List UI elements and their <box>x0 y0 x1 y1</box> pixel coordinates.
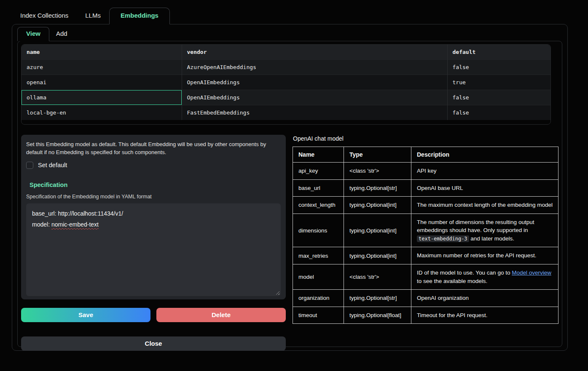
params-column: OpenAI chat model NameTypeDescription ap… <box>293 135 558 351</box>
params-table: NameTypeDescription api_key<class 'str'>… <box>293 147 558 324</box>
close-button[interactable]: Close <box>21 336 286 351</box>
cell-name[interactable]: azure <box>21 60 182 75</box>
embeddings-table: namevendordefault azureAzureOpenAIEmbedd… <box>21 45 550 120</box>
cell-name[interactable]: openai <box>21 75 182 90</box>
yaml-line: base_url: http://localhost:11434/v1/ <box>32 208 275 219</box>
set-default-label: Set default <box>38 162 67 168</box>
view-panel: namevendordefault azureAzureOpenAIEmbedd… <box>17 41 562 347</box>
param-description: Timeout for the API request. <box>411 307 558 324</box>
param-name: model <box>293 264 344 289</box>
param-type: typing.Optional[float] <box>344 307 411 324</box>
param-row-max-retries: max_retriestyping.Optional[int]Maximum n… <box>293 247 558 264</box>
cell-vendor[interactable]: AzureOpenAIEmbeddings <box>182 60 447 75</box>
delete-button[interactable]: Delete <box>156 308 286 322</box>
specification-heading: Specification <box>30 181 281 188</box>
subtab-view[interactable]: View <box>17 27 49 41</box>
param-description: OpenAI organization <box>411 290 558 307</box>
specification-caption: Specification of the Embedding model in … <box>26 194 281 200</box>
param-name: max_retries <box>293 247 344 264</box>
default-description: Set this Embedding model as default. Thi… <box>26 141 279 157</box>
subtab-add[interactable]: Add <box>49 27 74 41</box>
params-header-name: Name <box>293 147 344 163</box>
param-name: organization <box>293 290 344 307</box>
param-row-base-url: base_urltyping.Optional[str]OpenAI base … <box>293 179 558 197</box>
param-type: <class 'str'> <box>344 163 411 180</box>
embedding-edit-card: Set this Embedding model as default. Thi… <box>21 135 286 299</box>
cell-vendor[interactable]: FastEmbedEmbeddings <box>182 105 447 120</box>
edit-column: Set this Embedding model as default. Thi… <box>21 135 286 351</box>
param-name: api_key <box>293 163 344 180</box>
param-type: typing.Optional[str] <box>344 290 411 307</box>
param-row-api-key: api_key<class 'str'>API key <box>293 163 558 180</box>
main-tab-bar: Index CollectionsLLMsEmbeddings <box>12 0 568 24</box>
cell-vendor[interactable]: OpenAIEmbeddings <box>182 75 447 90</box>
save-button[interactable]: Save <box>21 308 150 322</box>
param-row-model: model<class 'str'>ID of the model to use… <box>293 264 558 289</box>
params-header-type: Type <box>344 147 411 163</box>
cell-default[interactable]: true <box>447 75 550 90</box>
tab-embeddings[interactable]: Embeddings <box>109 8 170 24</box>
param-description: OpenAI base URL <box>411 179 558 197</box>
param-type: typing.Optional[int] <box>344 197 411 214</box>
set-default-checkbox[interactable] <box>26 162 33 169</box>
sub-tab-bar: ViewAdd <box>17 24 562 41</box>
param-type: typing.Optional[int] <box>344 247 411 264</box>
column-header-default: default <box>447 45 550 60</box>
param-description: ID of the model to use. You can go to Mo… <box>411 264 558 289</box>
embedding-row-openai[interactable]: openaiOpenAIEmbeddingstrue <box>21 75 550 90</box>
tab-index-collections[interactable]: Index Collections <box>12 8 77 24</box>
model-overview-link[interactable]: Model overview <box>512 270 551 276</box>
misspelled-word: nomic-embed-text <box>51 221 99 228</box>
param-description: The maximum context length of the embedd… <box>411 197 558 214</box>
param-description: Maximum number of retries for the API re… <box>411 247 558 264</box>
embeddings-panel: ViewAdd namevendordefault azureAzureOpen… <box>12 24 568 351</box>
param-description: The number of dimensions the resulting o… <box>411 214 558 247</box>
params-panel-title: OpenAI chat model <box>293 135 558 142</box>
param-type: <class 'str'> <box>344 264 411 289</box>
embedding-row-local-bge-en[interactable]: local-bge-enFastEmbedEmbeddingsfalse <box>21 105 550 120</box>
param-row-timeout: timeouttyping.Optional[float]Timeout for… <box>293 307 558 324</box>
embedding-row-azure[interactable]: azureAzureOpenAIEmbeddingsfalse <box>21 60 550 75</box>
tab-llms[interactable]: LLMs <box>77 8 109 24</box>
embeddings-table-container: namevendordefault azureAzureOpenAIEmbedd… <box>21 44 551 125</box>
cell-default[interactable]: false <box>447 60 550 75</box>
column-header-name: name <box>21 45 182 60</box>
param-row-organization: organizationtyping.Optional[str]OpenAI o… <box>293 290 558 307</box>
cell-name[interactable]: ollama <box>21 90 182 105</box>
param-name: timeout <box>293 307 344 324</box>
cell-default[interactable]: false <box>447 105 550 120</box>
column-header-vendor: vendor <box>182 45 447 60</box>
param-description: API key <box>411 163 558 180</box>
param-row-context-length: context_lengthtyping.Optional[int]The ma… <box>293 197 558 214</box>
param-type: typing.Optional[str] <box>344 179 411 197</box>
param-name: dimensions <box>293 214 344 247</box>
param-type: typing.Optional[int] <box>344 214 411 247</box>
param-name: base_url <box>293 179 344 197</box>
yaml-spec-textarea[interactable]: base_url: http://localhost:11434/v1/mode… <box>26 203 281 296</box>
cell-vendor[interactable]: OpenAIEmbeddings <box>182 90 447 105</box>
cell-default[interactable]: false <box>447 90 550 105</box>
param-row-dimensions: dimensionstyping.Optional[int]The number… <box>293 214 558 247</box>
embedding-row-ollama[interactable]: ollamaOpenAIEmbeddingsfalse <box>21 90 550 105</box>
params-header-description: Description <box>411 147 558 163</box>
inline-code: text-embedding-3 <box>417 235 469 242</box>
param-name: context_length <box>293 197 344 214</box>
cell-name[interactable]: local-bge-en <box>21 105 182 120</box>
yaml-line: model: nomic-embed-text <box>32 219 275 230</box>
